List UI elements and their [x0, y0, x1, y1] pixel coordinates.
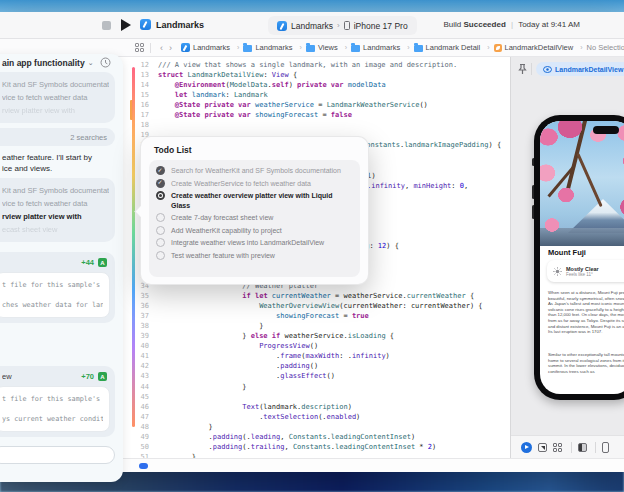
breadcrumb-item-landmarks[interactable]: Landmarks›: [181, 43, 243, 52]
sidebar-todo-line: ecast sheet view: [2, 223, 109, 236]
variants-button[interactable]: [553, 443, 563, 452]
breadcrumb-item-views[interactable]: Views›: [306, 43, 351, 52]
code-change-card[interactable]: ew+70At file for this sample's liys curr…: [0, 366, 115, 437]
build-status-result: Succeeded: [464, 20, 506, 29]
color-scheme-button[interactable]: [578, 443, 587, 452]
code-line: 18: [130, 120, 510, 130]
weather-platter[interactable]: Mostly Clear Feels like 11°: [547, 260, 624, 282]
pin-icon[interactable]: [517, 63, 528, 75]
code-change-card[interactable]: +44At file for this sample's licches wea…: [0, 252, 115, 323]
conversation-title: ain app functionality: [2, 58, 85, 68]
todo-item-label: Create weather overview platter view wit…: [171, 190, 353, 210]
project-name: Landmarks: [156, 20, 204, 30]
scheme-app-icon: [277, 21, 287, 31]
selectable-mode-button[interactable]: [538, 443, 547, 452]
build-status-prefix: Build: [444, 20, 462, 29]
build-status-divider: |: [511, 20, 513, 29]
open-circle-icon: [156, 251, 165, 260]
diff-code-line: t file for this sample's lic: [2, 281, 103, 289]
run-icon[interactable]: [121, 19, 131, 31]
added-file-badge: A: [98, 372, 107, 381]
folder-icon: [414, 45, 423, 52]
assistant-input[interactable]: [0, 446, 115, 464]
related-items-icon[interactable]: [135, 43, 144, 52]
diff-code-line: t file for this sample's li: [2, 395, 103, 403]
todo-item-label: Create 7-day forecast sheet view: [171, 212, 273, 223]
todo-summary-card[interactable]: Kit and SF Symbols documentationvice to …: [0, 72, 115, 123]
project-chip[interactable]: Landmarks: [140, 19, 204, 30]
code-line: 50 .padding(.trailing, Constants.leading…: [130, 442, 510, 452]
sidebar-todo-line: vice to fetch weather data: [2, 91, 109, 104]
dynamic-island: [593, 126, 619, 134]
sidebar-todo-line: Kit and SF Symbols documentation: [2, 78, 109, 91]
added-file-badge: A: [98, 258, 107, 267]
scheme-selector[interactable]: Landmarks › iPhone 17 Pro: [268, 16, 417, 35]
todo-item[interactable]: Add WeatherKit capability to project: [156, 225, 353, 236]
code-line: 15 let landmark: Landmark: [130, 90, 510, 100]
forward-button[interactable]: ›: [169, 43, 172, 53]
landmark-title: Mount Fuji: [548, 248, 586, 257]
code-line: 37 showingForecast = true: [130, 311, 510, 321]
conversation-header[interactable]: ain app functionality ⌄: [2, 58, 113, 68]
breadcrumb-separator: ›: [487, 44, 489, 51]
project-app-icon: [140, 19, 151, 30]
breadcrumb-separator: ›: [237, 44, 239, 51]
status-pill[interactable]: [139, 463, 148, 469]
scheme-separator: ›: [337, 21, 340, 30]
code-line: 43 .glassEffect(): [130, 371, 510, 381]
sun-icon: [553, 267, 562, 276]
todo-item[interactable]: Test weather feature with preview: [156, 250, 353, 261]
code-line: 39 } else if weatherService.isLoading {: [130, 331, 510, 341]
todo-item[interactable]: Create weather overview platter view wit…: [156, 190, 353, 210]
popover-title: Todo List: [154, 145, 192, 155]
folder-icon: [243, 45, 252, 52]
iphone-screen: Mount Fuji Mostly Clear Feels like 11°: [540, 121, 624, 394]
diff-code-line: ys current weather condition: [2, 415, 103, 423]
folder-icon: [306, 45, 315, 52]
todo-item-label: Add WeatherKit capability to project: [171, 225, 282, 236]
code-line: 35 if let currentWeather = weatherServic…: [130, 291, 510, 301]
diff-card-header: +44A: [0, 256, 110, 269]
scheme-device: iPhone 17 Pro: [354, 21, 408, 31]
line-number: 50: [130, 443, 154, 451]
breadcrumb-separator: ›: [580, 44, 582, 51]
assistant-message-line: eather feature. I'll start by: [2, 152, 115, 163]
open-circle-icon: [156, 213, 165, 222]
preview-target-pill[interactable]: LandmarkDetailView: [536, 62, 624, 76]
todo-item[interactable]: Create WeatherService to fetch weather d…: [156, 178, 353, 189]
back-button[interactable]: ‹: [160, 43, 163, 53]
preview-on-device-button[interactable]: [602, 442, 609, 453]
breadcrumb-item-landmark-detail[interactable]: Landmark Detail›: [414, 43, 494, 52]
stop-icon[interactable]: [102, 21, 111, 30]
breadcrumb-item-landmarkdetailview[interactable]: LandmarkDetailView›: [494, 43, 587, 52]
todo-list-card[interactable]: Kit and SF Symbols documentationvice to …: [0, 178, 115, 242]
diff-additions-count: +44: [81, 258, 94, 267]
build-status[interactable]: Build Succeeded | Today at 9:41 AM: [444, 20, 581, 29]
line-number: 49: [130, 433, 154, 441]
code-line: 49 .padding(.leading, Constants.leadingC…: [130, 432, 510, 442]
breadcrumb-item-landmarks[interactable]: Landmarks›: [243, 43, 305, 52]
history-icon[interactable]: [100, 57, 111, 68]
code-line: 42 .padding(): [130, 361, 510, 371]
landmark-description-p2: Similar to other exceptionally tall moun…: [548, 352, 624, 374]
code-line: 16 @State private var weatherService = L…: [130, 100, 510, 110]
code-line: 14 @Environment(ModelData.self) private …: [130, 80, 510, 90]
breadcrumb-item-landmarks[interactable]: Landmarks›: [351, 43, 413, 52]
code-line: 40 ProgressView(): [130, 341, 510, 351]
todo-item[interactable]: Search for WeatherKit and SF Symbols doc…: [156, 165, 353, 176]
searches-row[interactable]: 2 searches: [0, 128, 115, 146]
todo-list-popover: Todo List Search for WeatherKit and SF S…: [140, 136, 369, 285]
diff-additions-count: +70: [81, 372, 94, 381]
iphone-preview[interactable]: Mount Fuji Mostly Clear Feels like 11°: [534, 115, 624, 400]
live-preview-button[interactable]: [521, 442, 532, 453]
code-line: 46 Text(landmark.description): [130, 402, 510, 412]
breadcrumb-item-no-selection[interactable]: No Selection: [587, 43, 624, 52]
todo-item-label: Search for WeatherKit and SF Symbols doc…: [171, 165, 341, 176]
eye-icon: [543, 66, 552, 73]
todo-item[interactable]: Integrate weather views into LandmarkDet…: [156, 237, 353, 248]
todo-item[interactable]: Create 7-day forecast sheet view: [156, 212, 353, 223]
preview-canvas: LandmarkDetailView: [510, 57, 624, 458]
searches-badge: 2 searches: [70, 133, 107, 142]
sidebar-todo-line: vice to fetch weather data: [2, 197, 109, 210]
cherry-blossoms: [540, 121, 624, 246]
